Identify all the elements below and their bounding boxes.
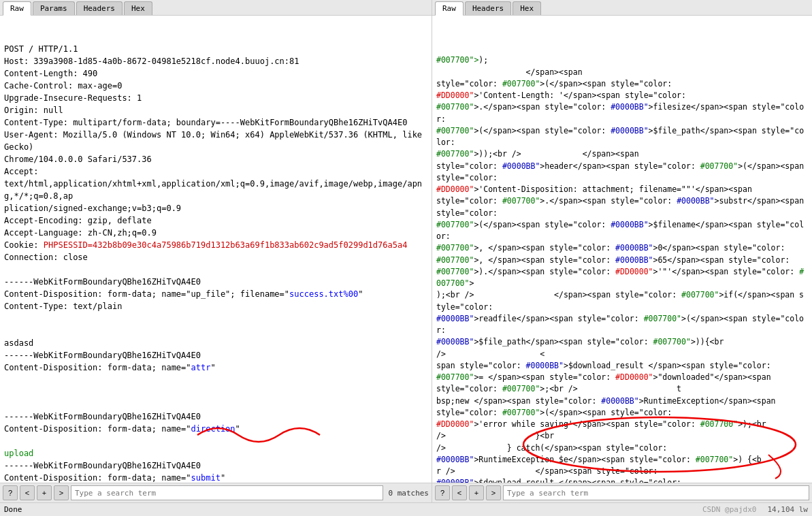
status-bar: Done CSDN @pajdx0 14,104 lw bbox=[0, 502, 812, 516]
right-pane-content: #007700">); </span><span style="color: #… bbox=[432, 16, 812, 483]
help-button-left[interactable]: ? bbox=[3, 485, 18, 500]
prev-button-right[interactable]: < bbox=[452, 485, 467, 500]
right-pane: Raw Headers Hex #007700">); </span><span… bbox=[432, 0, 812, 502]
line-count: 14,104 lw bbox=[767, 505, 808, 514]
prev-button-left[interactable]: < bbox=[20, 485, 35, 500]
tab-hex-right[interactable]: Hex bbox=[513, 1, 541, 15]
left-pane-footer: ? < + > 0 matches bbox=[0, 483, 432, 502]
search-input-right[interactable] bbox=[503, 485, 809, 500]
left-pane-tabs: Raw Params Headers Hex bbox=[0, 0, 432, 16]
help-button-right[interactable]: ? bbox=[435, 485, 450, 500]
next-button-right[interactable]: > bbox=[486, 485, 501, 500]
tab-raw-left[interactable]: Raw bbox=[3, 1, 31, 16]
watermark: CSDN @pajdx0 bbox=[702, 505, 756, 514]
tab-headers-left[interactable]: Headers bbox=[76, 1, 123, 15]
right-pane-footer: ? < + > bbox=[432, 483, 812, 502]
left-pane-content: POST / HTTP/1.1 Host: 339a3908-1d85-4a0b… bbox=[0, 16, 432, 483]
add-button-right[interactable]: + bbox=[469, 485, 484, 500]
match-count-left: 0 matches bbox=[388, 489, 429, 498]
tab-hex-left[interactable]: Hex bbox=[124, 1, 152, 15]
status-text: Done bbox=[4, 505, 22, 514]
search-input-left[interactable] bbox=[71, 485, 383, 500]
next-button-left[interactable]: > bbox=[54, 485, 69, 500]
right-pane-tabs: Raw Headers Hex bbox=[432, 0, 812, 16]
add-button-left[interactable]: + bbox=[37, 485, 52, 500]
tab-headers-right[interactable]: Headers bbox=[465, 1, 511, 15]
tab-raw-right[interactable]: Raw bbox=[435, 1, 464, 16]
tab-params-left[interactable]: Params bbox=[33, 1, 75, 15]
